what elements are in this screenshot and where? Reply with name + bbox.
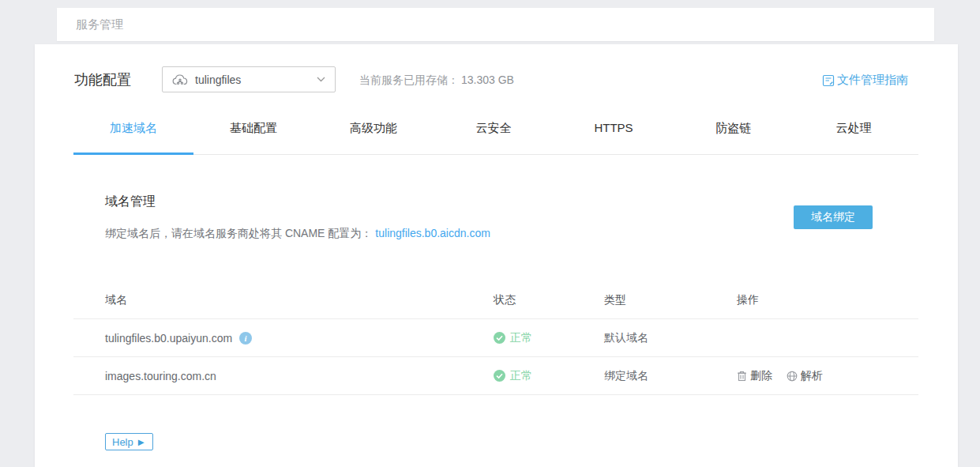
resolve-action-label: 解析 bbox=[801, 369, 823, 383]
table-row: tulingfiles.b0.upaiyun.com i 正常 默认域名 bbox=[73, 319, 918, 357]
topbar: 服务管理 bbox=[57, 8, 934, 41]
info-icon[interactable]: i bbox=[239, 332, 252, 345]
table-row: images.touring.com.cn 正常 绑定域名 bbox=[73, 357, 918, 395]
service-selector-dropdown[interactable]: tulingfiles bbox=[162, 66, 336, 92]
globe-icon bbox=[787, 371, 798, 382]
bind-domain-button[interactable]: 域名绑定 bbox=[794, 205, 873, 229]
tab-accelerate-domain[interactable]: 加速域名 bbox=[73, 111, 193, 154]
col-header-type: 类型 bbox=[604, 293, 737, 307]
tab-basic-config[interactable]: 基础配置 bbox=[193, 111, 314, 154]
domain-name: images.touring.com.cn bbox=[105, 370, 216, 382]
domain-type: 绑定域名 bbox=[604, 369, 737, 383]
panel-title: 功能配置 bbox=[74, 70, 131, 89]
status-label: 正常 bbox=[510, 369, 532, 382]
main-panel: 功能配置 tulingfiles 当前服务已用存储：13.303 GB 文 bbox=[35, 44, 958, 467]
chevron-down-icon bbox=[317, 77, 325, 82]
resolve-action[interactable]: 解析 bbox=[787, 369, 823, 383]
tab-hotlink-protection[interactable]: 防盗链 bbox=[674, 111, 794, 154]
page-title: 服务管理 bbox=[76, 17, 123, 32]
section-title-domain-management: 域名管理 bbox=[105, 194, 156, 210]
tab-https[interactable]: HTTPS bbox=[554, 111, 674, 154]
delete-action-label: 删除 bbox=[750, 369, 772, 383]
guide-doc-icon bbox=[822, 74, 835, 87]
tab-cloud-processing[interactable]: 云处理 bbox=[794, 111, 914, 154]
domain-table: 域名 状态 类型 操作 tulingfiles.b0.upaiyun.com i… bbox=[73, 281, 918, 395]
tab-advanced-features[interactable]: 高级功能 bbox=[314, 111, 434, 154]
check-circle-icon bbox=[494, 332, 505, 344]
check-circle-icon bbox=[494, 370, 505, 382]
col-header-status: 状态 bbox=[494, 293, 604, 307]
col-header-action: 操作 bbox=[737, 293, 918, 307]
selected-service-name: tulingfiles bbox=[195, 73, 241, 86]
file-guide-link[interactable]: 文件管理指南 bbox=[822, 73, 908, 88]
cname-value-link[interactable]: tulingfiles.b0.aicdn.com bbox=[375, 227, 490, 239]
storage-label: 当前服务已用存储： bbox=[359, 73, 459, 86]
guide-link-label: 文件管理指南 bbox=[837, 73, 908, 88]
row-actions: 删除 解析 bbox=[737, 369, 918, 383]
domain-type: 默认域名 bbox=[604, 331, 737, 345]
cloud-network-icon bbox=[172, 73, 188, 86]
col-header-domain: 域名 bbox=[73, 293, 494, 307]
delete-action[interactable]: 删除 bbox=[737, 369, 772, 383]
tab-cloud-security[interactable]: 云安全 bbox=[434, 111, 554, 154]
cname-hint: 绑定域名后，请在域名服务商处将其 CNAME 配置为：tulingfiles.b… bbox=[105, 227, 490, 241]
help-button[interactable]: Help ► bbox=[105, 433, 153, 450]
status-badge: 正常 bbox=[494, 369, 532, 383]
storage-value: 13.303 GB bbox=[461, 73, 514, 86]
table-header-row: 域名 状态 类型 操作 bbox=[73, 281, 918, 319]
status-badge: 正常 bbox=[494, 331, 532, 345]
feature-tabs: 加速域名 基础配置 高级功能 云安全 HTTPS 防盗链 云处理 bbox=[73, 111, 918, 155]
cname-hint-text: 绑定域名后，请在域名服务商处将其 CNAME 配置为： bbox=[105, 227, 372, 239]
status-label: 正常 bbox=[510, 331, 532, 344]
trash-icon bbox=[737, 371, 747, 382]
domain-name: tulingfiles.b0.upaiyun.com bbox=[105, 332, 232, 345]
storage-usage: 当前服务已用存储：13.303 GB bbox=[359, 73, 514, 88]
